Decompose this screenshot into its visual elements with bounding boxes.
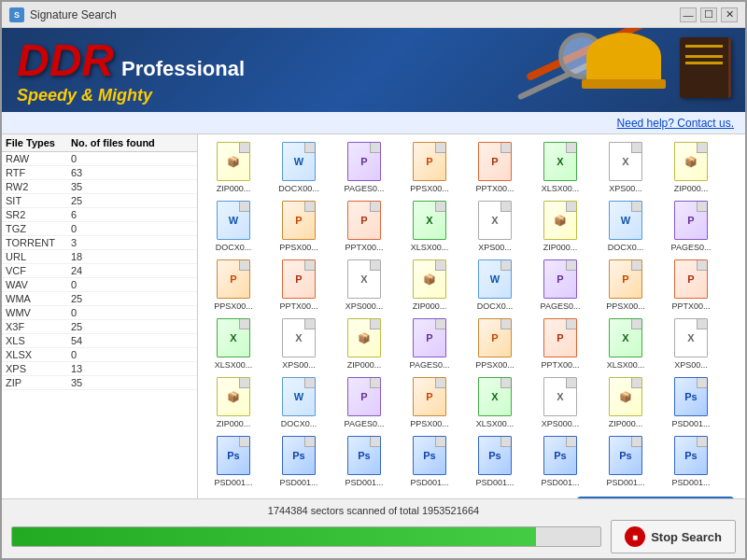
list-item[interactable]: Ps PSD001... [398,432,461,489]
header-ddr: DDR Professional [17,35,245,86]
file-row[interactable]: WMA25 [2,292,197,306]
file-row[interactable]: XLSX0 [2,348,197,362]
file-row[interactable]: RW235 [2,180,197,194]
list-item[interactable]: W DOCX00... [267,138,331,195]
file-type-name: TGZ [6,223,71,234]
thumb-icon-wrapper: 📦 [345,316,383,359]
file-icon-label: Ps [619,450,631,461]
list-item[interactable]: P PAGES0... [332,138,396,195]
minimize-button[interactable]: — [680,7,697,22]
file-row[interactable]: TORRENT3 [2,236,197,250]
list-item[interactable]: X XLSX00... [463,373,527,430]
list-item[interactable]: P PPTX00... [529,315,592,371]
thumb-icon-wrapper: P [542,316,579,359]
maximize-button[interactable]: ☐ [700,7,717,22]
list-item[interactable]: P PPSX00... [267,197,331,254]
list-item[interactable]: W DOCX0... [267,373,331,430]
file-type-count: 13 [71,363,193,374]
list-item[interactable]: P PAGES0... [659,197,723,254]
list-item[interactable]: X XLSX00... [594,315,657,371]
list-item[interactable]: P PPTX00... [332,197,396,254]
file-icon-label: X [360,273,367,285]
list-item[interactable]: Ps PSD001... [594,432,657,489]
file-list-body[interactable]: RAW0RTF63RW235SIT25SR26TGZ0TORRENT3URL18… [2,152,197,498]
list-item[interactable]: Ps PSD001... [332,432,396,489]
thumb-label: PPSX00... [268,243,330,252]
list-item[interactable]: P PAGES0... [529,256,592,313]
list-item[interactable]: X XPS000... [529,373,592,430]
list-item[interactable]: W DOCX0... [202,197,265,254]
file-row[interactable]: TGZ0 [2,222,197,236]
list-item[interactable]: X XPS00... [463,197,527,254]
thumb-label: ZIP000... [203,419,264,428]
file-icon-label: P [230,273,236,285]
list-item[interactable]: P PPSX00... [202,256,265,313]
close-button[interactable]: ✕ [721,7,738,22]
file-row[interactable]: XPS13 [2,362,197,376]
list-item[interactable]: Ps PSD001... [659,373,723,430]
list-item[interactable]: 📦 ZIP000... [659,138,723,195]
list-item[interactable]: X XLSX00... [529,138,592,195]
list-item[interactable]: Ps PSD001... [529,432,592,489]
file-icon: X [609,318,642,357]
thumb-label: DOCX00... [268,184,330,193]
list-item[interactable]: X XPS00... [267,315,331,371]
thumb-icon-wrapper: X [542,375,579,418]
right-panel[interactable]: 📦 ZIP000... W DOCX00... P PAGES0... P PP… [198,134,745,498]
list-item[interactable]: P PAGES0... [332,373,396,430]
file-row[interactable]: X3F25 [2,320,197,334]
file-row[interactable]: WAV0 [2,278,197,292]
list-item[interactable]: 📦 ZIP000... [594,373,657,430]
list-item[interactable]: Ps PSD001... [202,432,265,489]
list-item[interactable]: 📦 ZIP000... [202,373,265,430]
file-icon: P [347,201,381,240]
file-row[interactable]: WMV0 [2,306,197,320]
list-item[interactable]: X XPS00... [659,315,723,371]
thumb-label: PSD001... [660,478,722,487]
file-row[interactable]: ZIP35 [2,376,197,390]
file-icon: Ps [543,436,577,475]
list-item[interactable]: P PPSX00... [398,373,461,430]
list-item[interactable]: P PAGES0... [398,315,461,371]
list-item[interactable]: X XLSX00... [202,315,265,371]
file-row[interactable]: RTF63 [2,166,197,180]
file-row[interactable]: SIT25 [2,194,197,208]
file-icon: P [282,259,316,299]
list-item[interactable]: P PPTX00... [659,256,723,313]
list-item[interactable]: 📦 ZIP000... [398,256,461,313]
progress-scanned-text: 1744384 sectors scanned of total 1953521… [11,505,736,516]
stop-icon [625,526,645,547]
thumb-label: PPTX00... [660,301,722,311]
list-item[interactable]: X XPS00... [594,138,657,195]
list-item[interactable]: 📦 ZIP000... [529,197,592,254]
file-type-name: WMV [6,307,71,318]
file-icon-label: 📦 [684,156,698,168]
file-row[interactable]: SR26 [2,208,197,222]
list-item[interactable]: X XPS000... [332,256,396,313]
list-item[interactable]: Ps PSD001... [463,432,527,489]
file-row[interactable]: URL18 [2,250,197,264]
title-bar-left: S Signature Search [9,7,117,22]
file-row[interactable]: VCF24 [2,264,197,278]
list-item[interactable]: P PPSX00... [398,138,461,195]
file-row[interactable]: RAW0 [2,152,197,166]
list-item[interactable]: Ps PSD001... [659,432,723,489]
list-item[interactable]: P PPSX00... [463,315,527,371]
list-item[interactable]: W DOCX0... [594,197,657,254]
list-item[interactable]: P PPSX00... [594,256,657,313]
list-item[interactable]: 📦 ZIP000... [202,138,265,195]
file-icon: Ps [674,377,708,416]
list-item[interactable]: Ps PSD001... [267,432,331,489]
list-item[interactable]: P PPTX00... [267,256,331,313]
file-row[interactable]: XLS54 [2,334,197,348]
list-item[interactable]: W DOCX0... [463,256,527,313]
list-item[interactable]: P PPTX00... [463,138,527,195]
stop-search-button[interactable]: Stop Search [611,520,736,553]
file-type-name: RAW [6,153,71,164]
list-item[interactable]: 📦 ZIP000... [332,315,396,371]
list-item[interactable]: X XLSX00... [398,197,461,254]
help-link[interactable]: Need help? Contact us. [617,117,734,130]
col-count-header: No. of files found [71,137,193,148]
thumb-icon-wrapper: P [411,375,448,418]
thumb-icon-wrapper: Ps [542,434,579,477]
